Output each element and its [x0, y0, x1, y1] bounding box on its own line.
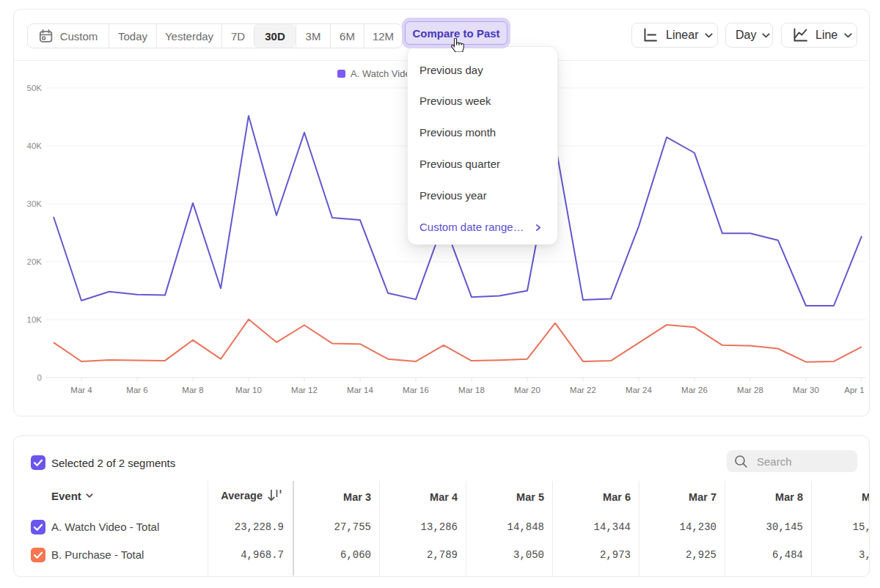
- svg-text:Apr 1: Apr 1: [844, 386, 865, 394]
- svg-text:Mar 26: Mar 26: [681, 386, 708, 394]
- svg-text:Mar 24: Mar 24: [626, 386, 652, 394]
- svg-text:Mar 18: Mar 18: [458, 386, 485, 394]
- svg-text:20K: 20K: [27, 257, 43, 266]
- svg-text:40K: 40K: [27, 142, 43, 150]
- svg-text:Mar 12: Mar 12: [291, 386, 318, 394]
- svg-text:0: 0: [37, 373, 42, 382]
- svg-text:30K: 30K: [27, 199, 43, 208]
- svg-text:Mar 6: Mar 6: [126, 386, 147, 394]
- svg-text:Mar 4: Mar 4: [70, 386, 92, 394]
- svg-text:Mar 8: Mar 8: [182, 386, 203, 394]
- svg-text:Mar 10: Mar 10: [235, 386, 262, 394]
- svg-text:Mar 28: Mar 28: [737, 386, 763, 394]
- svg-text:Mar 16: Mar 16: [403, 386, 429, 394]
- svg-text:Mar 14: Mar 14: [347, 386, 373, 394]
- svg-text:Mar 22: Mar 22: [570, 386, 596, 394]
- svg-text:Mar 20: Mar 20: [514, 386, 540, 394]
- svg-text:Mar 30: Mar 30: [793, 386, 819, 394]
- svg-text:10K: 10K: [27, 315, 43, 324]
- svg-text:50K: 50K: [27, 84, 43, 92]
